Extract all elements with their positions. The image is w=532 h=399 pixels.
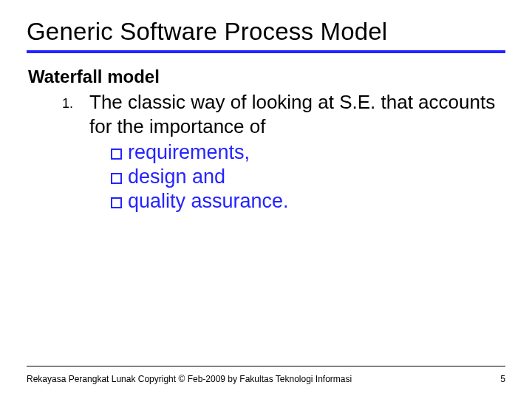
list-item: design and (111, 166, 505, 188)
list-item: requirements, (111, 141, 505, 164)
bullet-text: quality assurance. (128, 190, 289, 213)
bullet-list: requirements, design and quality assuran… (111, 141, 505, 213)
square-bullet-icon (111, 173, 122, 184)
footer: Rekayasa Perangkat Lunak Copyright © Feb… (27, 374, 505, 384)
bullet-text: design and (128, 166, 225, 188)
list-marker: 1. (62, 96, 73, 112)
bullet-text: requirements, (128, 141, 250, 164)
list-text: The classic way of looking at S.E. that … (89, 90, 505, 140)
slide: Generic Software Process Model Waterfall… (0, 0, 532, 399)
content-area: Waterfall model 1. The classic way of lo… (27, 53, 505, 213)
slide-title: Generic Software Process Model (27, 18, 505, 49)
footer-copyright: Rekayasa Perangkat Lunak Copyright © Feb… (27, 374, 352, 384)
page-number: 5 (500, 374, 505, 384)
square-bullet-icon (111, 197, 122, 208)
square-bullet-icon (111, 149, 122, 160)
list-item: quality assurance. (111, 190, 505, 213)
footer-rule (27, 366, 505, 366)
numbered-item: 1. The classic way of looking at S.E. th… (62, 90, 505, 140)
subtitle: Waterfall model (28, 66, 505, 87)
